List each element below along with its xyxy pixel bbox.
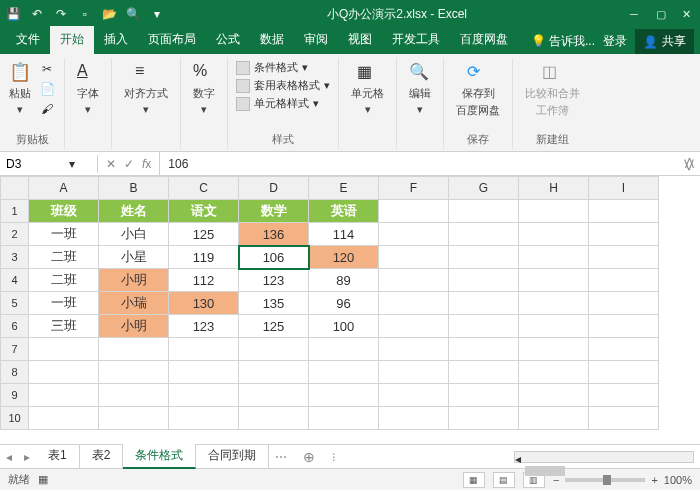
cell[interactable]: [519, 384, 589, 407]
cell[interactable]: [379, 407, 449, 430]
cell[interactable]: [379, 338, 449, 361]
ribbon-tab-8[interactable]: 开发工具: [382, 26, 450, 54]
cell[interactable]: [449, 315, 519, 338]
cell[interactable]: [589, 338, 659, 361]
cell[interactable]: 114: [309, 223, 379, 246]
sheet-tab-2[interactable]: 条件格式: [123, 444, 196, 469]
cell[interactable]: 120: [309, 246, 379, 269]
cell[interactable]: 123: [169, 315, 239, 338]
save-icon[interactable]: 💾: [6, 7, 20, 21]
cell[interactable]: [379, 223, 449, 246]
ribbon-tab-9[interactable]: 百度网盘: [450, 26, 518, 54]
cell[interactable]: [519, 246, 589, 269]
cell[interactable]: [309, 361, 379, 384]
formula-input[interactable]: 106: [160, 155, 678, 173]
cell[interactable]: [449, 246, 519, 269]
cell[interactable]: [99, 407, 169, 430]
sheet-nav-prev-icon[interactable]: ◂: [0, 450, 18, 464]
cell[interactable]: 130: [169, 292, 239, 315]
cell[interactable]: [519, 200, 589, 223]
cell[interactable]: 一班: [29, 223, 99, 246]
number-button[interactable]: %数字▾: [189, 60, 219, 118]
ribbon-tab-7[interactable]: 视图: [338, 26, 382, 54]
redo-icon[interactable]: ↷: [54, 7, 68, 21]
close-icon[interactable]: ✕: [682, 8, 694, 20]
cell[interactable]: 112: [169, 269, 239, 292]
tell-me[interactable]: 💡 告诉我...: [531, 33, 595, 50]
col-header[interactable]: I: [589, 177, 659, 200]
row-header[interactable]: 1: [1, 200, 29, 223]
cell[interactable]: [99, 361, 169, 384]
cell[interactable]: [519, 361, 589, 384]
row-header[interactable]: 9: [1, 384, 29, 407]
cell[interactable]: 小瑞: [99, 292, 169, 315]
cell[interactable]: 125: [239, 315, 309, 338]
cell[interactable]: [449, 407, 519, 430]
macro-icon[interactable]: ▦: [38, 473, 48, 486]
select-all-corner[interactable]: [1, 177, 29, 200]
cell[interactable]: [379, 384, 449, 407]
cell[interactable]: [449, 361, 519, 384]
row-header[interactable]: 10: [1, 407, 29, 430]
cell[interactable]: 数学: [239, 200, 309, 223]
cell[interactable]: [29, 361, 99, 384]
edit-button[interactable]: 🔍编辑▾: [405, 60, 435, 118]
cell[interactable]: [589, 315, 659, 338]
sheet-nav-next-icon[interactable]: ▸: [18, 450, 36, 464]
table-format-button[interactable]: 套用表格格式 ▾: [236, 78, 330, 93]
cell[interactable]: [239, 361, 309, 384]
col-header[interactable]: H: [519, 177, 589, 200]
name-box[interactable]: ▾: [0, 155, 98, 173]
cell[interactable]: [449, 338, 519, 361]
cell[interactable]: [169, 338, 239, 361]
minimize-icon[interactable]: ─: [630, 8, 642, 20]
cell[interactable]: 语文: [169, 200, 239, 223]
col-header[interactable]: F: [379, 177, 449, 200]
col-header[interactable]: D: [239, 177, 309, 200]
cut-icon[interactable]: ✂: [38, 60, 56, 78]
conditional-format-button[interactable]: 条件格式 ▾: [236, 60, 330, 75]
align-button[interactable]: ≡对齐方式▾: [120, 60, 172, 118]
cell[interactable]: [589, 269, 659, 292]
cell[interactable]: [379, 246, 449, 269]
cell[interactable]: [99, 338, 169, 361]
cell[interactable]: [379, 315, 449, 338]
cell[interactable]: [169, 384, 239, 407]
cell[interactable]: 二班: [29, 246, 99, 269]
sheet-tab-0[interactable]: 表1: [36, 444, 80, 469]
cell[interactable]: [379, 361, 449, 384]
add-sheet-icon[interactable]: ⊕: [293, 449, 325, 465]
collapse-ribbon-icon[interactable]: ⋀: [685, 156, 694, 169]
cell[interactable]: 123: [239, 269, 309, 292]
paste-button[interactable]: 📋 粘贴 ▾: [8, 60, 32, 116]
maximize-icon[interactable]: ▢: [656, 8, 668, 20]
cell[interactable]: [589, 292, 659, 315]
cell[interactable]: [449, 269, 519, 292]
font-button[interactable]: A字体▾: [73, 60, 103, 118]
cell[interactable]: [519, 407, 589, 430]
cell[interactable]: [379, 200, 449, 223]
cell[interactable]: [379, 269, 449, 292]
ribbon-tab-0[interactable]: 文件: [6, 26, 50, 54]
cell[interactable]: [169, 407, 239, 430]
enter-icon[interactable]: ✓: [124, 157, 134, 171]
row-header[interactable]: 4: [1, 269, 29, 292]
normal-view-icon[interactable]: ▦: [463, 472, 485, 488]
cells-button[interactable]: ▦单元格▾: [347, 60, 388, 118]
cell[interactable]: [589, 223, 659, 246]
cell[interactable]: [29, 338, 99, 361]
cell[interactable]: [309, 384, 379, 407]
col-header[interactable]: E: [309, 177, 379, 200]
row-header[interactable]: 8: [1, 361, 29, 384]
cell[interactable]: [519, 292, 589, 315]
login-link[interactable]: 登录: [603, 33, 627, 50]
cell[interactable]: [589, 200, 659, 223]
sheet-tab-1[interactable]: 表2: [80, 444, 124, 469]
format-painter-icon[interactable]: 🖌: [38, 100, 56, 118]
cell[interactable]: 小星: [99, 246, 169, 269]
cell-style-button[interactable]: 单元格样式 ▾: [236, 96, 330, 111]
print-icon[interactable]: 🔍: [126, 7, 140, 21]
ribbon-tab-5[interactable]: 数据: [250, 26, 294, 54]
zoom-level[interactable]: 100%: [664, 474, 692, 486]
cell[interactable]: [519, 269, 589, 292]
